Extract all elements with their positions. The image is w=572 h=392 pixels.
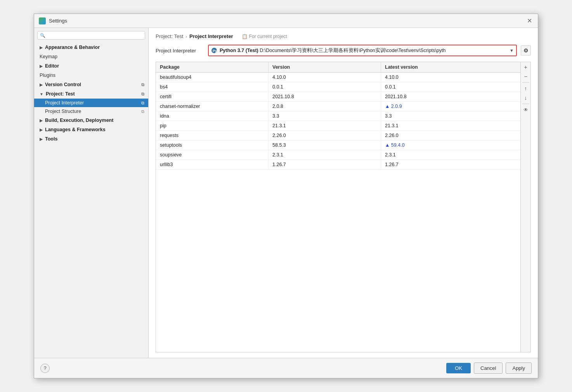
footer-left: ? (40, 364, 50, 373)
add-package-button[interactable]: + (522, 63, 530, 71)
close-button[interactable]: ✕ (525, 17, 533, 25)
search-input[interactable] (47, 33, 142, 38)
breadcrumb-project: Project: Test (156, 33, 183, 39)
eye-button[interactable]: 👁 (522, 106, 530, 114)
window-title: Settings (49, 18, 67, 24)
app-icon (39, 17, 46, 24)
breadcrumb-arrow: › (185, 34, 187, 39)
cell-version: 3.3 (269, 111, 381, 121)
search-icon: 🔍 (40, 33, 45, 38)
breadcrumb: Project: Test › Project Interpreter 📋 Fo… (156, 33, 531, 39)
expand-arrow-project: ▼ (40, 92, 43, 96)
cell-version: 2021.10.8 (269, 92, 381, 101)
expand-arrow-vc: ▶ (40, 83, 43, 87)
ok-button[interactable]: OK (446, 363, 471, 373)
sidebar-label-keymap: Keymap (40, 54, 57, 59)
cell-latest: 2.3.1 (381, 150, 520, 160)
table-row[interactable]: urllib31.26.71.26.7 (156, 160, 520, 170)
search-box[interactable]: 🔍 (37, 31, 145, 40)
sidebar-label-editor: Editor (45, 63, 59, 69)
cell-latest: 21.3.1 (381, 121, 520, 130)
cell-version: 0.0.1 (269, 82, 381, 92)
sidebar-item-tools[interactable]: ▶ Tools (34, 134, 148, 144)
cell-version: 4.10.0 (269, 73, 381, 82)
expand-arrow-editor: ▶ (40, 64, 43, 68)
cell-version: 2.0.8 (269, 102, 381, 111)
sidebar-item-build[interactable]: ▶ Build, Execution, Deployment (34, 116, 148, 125)
breadcrumb-current: Project Interpreter (189, 33, 233, 39)
interpreter-path: Python 3.7 (Test) D:\Documents\学习资料\大三上学… (220, 47, 507, 54)
cell-package: pip (156, 121, 269, 130)
sidebar-item-project-structure[interactable]: Project Structure ⧉ (34, 107, 148, 116)
cell-latest: 2.26.0 (381, 131, 520, 140)
expand-arrow-build: ▶ (40, 118, 43, 123)
sidebar-item-version-control[interactable]: ▶ Version Control ⧉ (34, 80, 148, 89)
sidebar: 🔍 ▶ Appearance & Behavior Keymap ▶ Edito… (34, 28, 149, 358)
table-row[interactable]: setuptools58.5.3▲ 59.4.0 (156, 140, 520, 150)
sidebar-item-plugins[interactable]: Plugins (34, 71, 148, 80)
copy-icon-project: ⧉ (141, 92, 144, 97)
cell-version: 2.3.1 (269, 150, 381, 160)
table-row[interactable]: idna3.33.3 (156, 111, 520, 121)
sidebar-item-editor[interactable]: ▶ Editor (34, 61, 148, 71)
interpreter-selector[interactable]: Py Python 3.7 (Test) D:\Documents\学习资料\大… (208, 45, 517, 56)
python-icon: Py (211, 47, 217, 54)
cell-latest: 1.26.7 (381, 160, 520, 169)
sidebar-label-tools: Tools (45, 136, 57, 142)
cell-package: setuptools (156, 140, 269, 150)
cell-latest: 0.0.1 (381, 82, 520, 92)
copy-icon-vc: ⧉ (141, 82, 144, 87)
cell-version: 2.26.0 (269, 131, 381, 140)
cancel-button[interactable]: Cancel (474, 363, 503, 374)
cell-latest: 4.10.0 (381, 73, 520, 82)
table-header: Package Version Latest version (156, 62, 520, 73)
right-toolbar: + − ↑ ↓ 👁 (520, 62, 530, 352)
cell-package: charset-normalizer (156, 102, 269, 111)
expand-arrow: ▶ (40, 45, 43, 50)
table-row[interactable]: bs40.0.10.0.1 (156, 82, 520, 92)
cell-package: idna (156, 111, 269, 121)
apply-button[interactable]: Apply (506, 363, 532, 374)
cell-package: certifi (156, 92, 269, 101)
table-row[interactable]: charset-normalizer2.0.8▲ 2.0.9 (156, 102, 520, 111)
copy-icon-structure: ⧉ (141, 109, 144, 114)
settings-dialog: Settings ✕ 🔍 ▶ Appearance & Behavior Key… (34, 14, 538, 378)
cell-latest: 3.3 (381, 111, 520, 121)
dialog-body: 🔍 ▶ Appearance & Behavior Keymap ▶ Edito… (34, 28, 538, 358)
table-row[interactable]: requests2.26.02.26.0 (156, 131, 520, 140)
gear-button[interactable]: ⚙ (521, 45, 531, 56)
svg-text:Py: Py (213, 49, 217, 53)
expand-arrow-lang: ▶ (40, 128, 43, 132)
scroll-down-button[interactable]: ↓ (522, 94, 530, 102)
sidebar-label-plugins: Plugins (40, 73, 55, 78)
sidebar-label-vc: Version Control (45, 82, 81, 87)
cell-latest: ▲ 2.0.9 (381, 102, 520, 111)
dialog-footer: ? OK Cancel Apply (34, 358, 538, 378)
col-header-latest: Latest version (381, 62, 520, 72)
cell-latest: ▲ 59.4.0 (381, 140, 520, 150)
sidebar-item-appearance[interactable]: ▶ Appearance & Behavior (34, 43, 148, 52)
col-header-package: Package (156, 62, 269, 72)
table-row[interactable]: certifi2021.10.82021.10.8 (156, 92, 520, 102)
table-row[interactable]: soupsieve2.3.12.3.1 (156, 150, 520, 160)
packages-panel: Package Version Latest version beautiful… (156, 62, 531, 352)
sidebar-label-project-interpreter: Project Interpreter (45, 100, 84, 106)
scroll-up-button[interactable]: ↑ (522, 84, 530, 93)
sidebar-item-languages[interactable]: ▶ Languages & Frameworks (34, 125, 148, 134)
sidebar-label-languages: Languages & Frameworks (45, 127, 106, 132)
table-row[interactable]: pip21.3.121.3.1 (156, 121, 520, 131)
cell-latest: 2021.10.8 (381, 92, 520, 101)
note-icon: 📋 (242, 34, 248, 39)
title-bar: Settings ✕ (34, 14, 538, 28)
sidebar-item-project-interpreter[interactable]: Project Interpreter ⧉ (34, 99, 148, 107)
sidebar-item-keymap[interactable]: Keymap (34, 52, 148, 61)
col-header-version: Version (269, 62, 381, 72)
help-button[interactable]: ? (40, 364, 50, 373)
cell-package: beautifulsoup4 (156, 73, 269, 82)
table-row[interactable]: beautifulsoup44.10.04.10.0 (156, 73, 520, 82)
table-body: beautifulsoup44.10.04.10.0bs40.0.10.0.1c… (156, 73, 520, 352)
sidebar-label-project-test: Project: Test (46, 91, 75, 97)
sidebar-label-appearance: Appearance & Behavior (45, 45, 100, 50)
sidebar-item-project-test[interactable]: ▼ Project: Test ⧉ (34, 89, 148, 99)
remove-package-button[interactable]: − (522, 72, 530, 81)
